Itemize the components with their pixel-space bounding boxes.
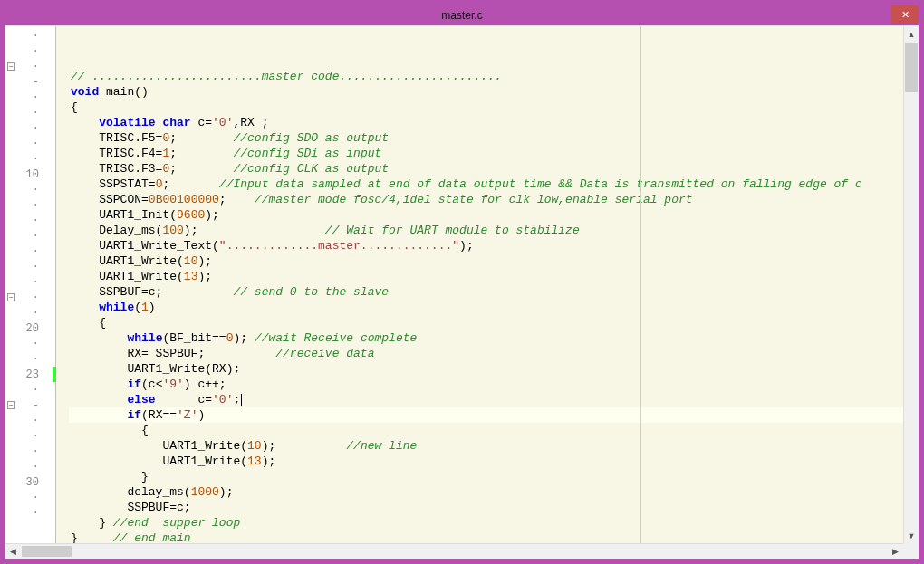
gutter-line: · bbox=[5, 428, 55, 444]
code-line[interactable]: while(1) bbox=[69, 300, 903, 315]
code-line[interactable]: UART1_Write(13); bbox=[69, 454, 903, 469]
code-line[interactable]: UART1_Write(RX); bbox=[69, 361, 903, 377]
gutter-line: · bbox=[5, 505, 55, 521]
horizontal-scrollbar[interactable]: ◀ ▶ bbox=[5, 543, 919, 559]
code-line[interactable]: SSPBUF=c; bbox=[69, 500, 903, 515]
code-line[interactable]: UART1_Write(10); //new line bbox=[69, 438, 903, 454]
gutter-line: · bbox=[5, 490, 55, 505]
code-line[interactable]: } //end supper loop bbox=[69, 515, 903, 531]
gutter-line: · bbox=[5, 105, 55, 120]
editor-window: master.c ✕ ···-·····10·········20··23·-·… bbox=[5, 5, 919, 559]
gutter-line: · bbox=[5, 136, 55, 151]
window-title: master.c bbox=[441, 9, 482, 22]
scroll-down-icon[interactable]: ▼ bbox=[904, 528, 919, 543]
fold-toggle-icon[interactable]: − bbox=[7, 401, 15, 409]
gutter-line: - bbox=[5, 74, 55, 90]
code-line[interactable]: if(RX=='Z') bbox=[69, 407, 903, 423]
text-cursor bbox=[241, 394, 242, 406]
gutter-line: · bbox=[5, 43, 55, 59]
gutter-line: · bbox=[5, 382, 55, 397]
code-line[interactable]: { bbox=[69, 100, 903, 115]
code-line[interactable]: UART1_Init(9600); bbox=[69, 207, 903, 223]
gutter-line: · bbox=[5, 120, 55, 136]
gutter-line: · bbox=[5, 351, 55, 367]
close-button[interactable]: ✕ bbox=[891, 5, 919, 24]
vscroll-thumb[interactable] bbox=[905, 43, 918, 92]
gutter-line: · bbox=[5, 213, 55, 228]
code-line[interactable]: else c='0'; bbox=[69, 392, 903, 407]
code-line[interactable]: SSPSTAT=0; //Input data sampled at end o… bbox=[69, 177, 903, 192]
code-line[interactable]: UART1_Write(10); bbox=[69, 253, 903, 269]
code-line[interactable]: void main() bbox=[69, 84, 903, 100]
titlebar[interactable]: master.c ✕ bbox=[5, 5, 919, 25]
editor-area: ···-·····10·········20··23·-····30··−−− … bbox=[5, 26, 919, 543]
gutter-line: · bbox=[5, 244, 55, 259]
gutter-line: · bbox=[5, 336, 55, 351]
code-line[interactable]: { bbox=[69, 315, 903, 330]
code-line[interactable]: TRISC.F5=0; //config SDO as output bbox=[69, 130, 903, 146]
code-line[interactable]: delay_ms(1000); bbox=[69, 484, 903, 500]
gutter-line: · bbox=[5, 259, 55, 274]
vertical-scrollbar[interactable]: ▲ ▼ bbox=[903, 26, 919, 543]
code-line[interactable]: // ........................master code..… bbox=[69, 69, 903, 84]
gutter-line: · bbox=[5, 182, 55, 197]
scroll-left-icon[interactable]: ◀ bbox=[5, 544, 21, 559]
code-line[interactable]: Delay_ms(100); // Wait for UART module t… bbox=[69, 223, 903, 238]
scroll-right-icon[interactable]: ▶ bbox=[888, 544, 903, 559]
code-line[interactable]: UART1_Write(13); bbox=[69, 269, 903, 284]
gutter-line: · bbox=[5, 90, 55, 105]
fold-toggle-icon[interactable]: − bbox=[7, 293, 15, 301]
code-line[interactable]: RX= SSPBUF; //receive data bbox=[69, 346, 903, 361]
gutter-line: 10 bbox=[5, 167, 55, 182]
gutter-line: 23 bbox=[5, 367, 55, 382]
code-line[interactable]: SSPCON=0B00100000; //master mode fosc/4,… bbox=[69, 192, 903, 207]
code-line[interactable]: { bbox=[69, 423, 903, 438]
gutter-line: · bbox=[5, 28, 55, 43]
gutter-line: · bbox=[5, 413, 55, 428]
code-line[interactable]: } // end main bbox=[69, 531, 903, 543]
code-line[interactable]: TRISC.F3=0; //config CLK as output bbox=[69, 161, 903, 177]
code-line[interactable]: if(c<'9') c++; bbox=[69, 377, 903, 392]
code-line[interactable]: while(BF_bit==0); //wait Receive complet… bbox=[69, 330, 903, 346]
gutter-line: · bbox=[5, 274, 55, 290]
scroll-up-icon[interactable]: ▲ bbox=[904, 26, 919, 42]
code-line[interactable]: volatile char c='0',RX ; bbox=[69, 115, 903, 130]
hscroll-thumb[interactable] bbox=[22, 546, 72, 557]
resize-grip[interactable] bbox=[903, 543, 919, 559]
gutter-line: · bbox=[5, 459, 55, 474]
gutter-line: · bbox=[5, 228, 55, 244]
code-line[interactable]: SSPBUF=c; // send 0 to the slave bbox=[69, 284, 903, 300]
gutter-line: 30 bbox=[5, 474, 55, 490]
editor-wrap: ···-·····10·········20··23·-····30··−−− … bbox=[5, 25, 919, 559]
code-area[interactable]: // ........................master code..… bbox=[56, 26, 903, 543]
code-line[interactable]: TRISC.F4=1; //config SDi as input bbox=[69, 146, 903, 161]
fold-toggle-icon[interactable]: − bbox=[7, 62, 15, 71]
gutter-line: · bbox=[5, 197, 55, 213]
code-line[interactable]: UART1_Write_Text(".............master...… bbox=[69, 238, 903, 253]
code-line[interactable]: } bbox=[69, 469, 903, 484]
gutter-line: · bbox=[5, 151, 55, 167]
line-gutter[interactable]: ···-·····10·········20··23·-····30··−−− bbox=[5, 26, 56, 543]
gutter-line: 20 bbox=[5, 320, 55, 336]
close-icon: ✕ bbox=[901, 9, 910, 21]
gutter-line: · bbox=[5, 444, 55, 459]
gutter-line: · bbox=[5, 305, 55, 320]
